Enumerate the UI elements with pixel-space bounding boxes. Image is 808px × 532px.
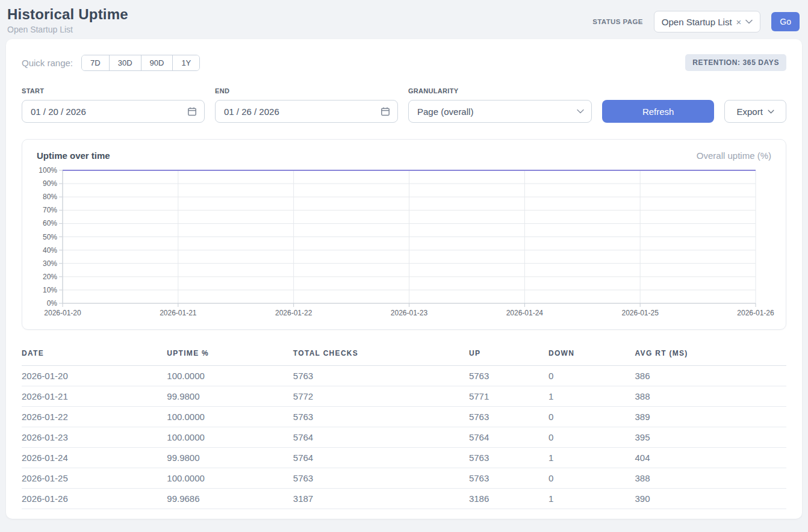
table-cell: 99.9686 — [167, 489, 293, 509]
end-date-input[interactable]: 01 / 26 / 2026 — [215, 100, 398, 123]
svg-text:0%: 0% — [47, 299, 58, 308]
table-row: 2026-01-2199.9800577257711388 — [22, 386, 786, 407]
page-title: Historical Uptime — [7, 6, 128, 23]
table-cell: 5764 — [469, 427, 549, 448]
column-header: UPTIME % — [167, 344, 293, 366]
svg-text:2026-01-26: 2026-01-26 — [737, 309, 774, 317]
table-cell: 2026-01-20 — [22, 366, 167, 386]
table-cell: 404 — [635, 448, 786, 468]
table-cell: 99.9800 — [167, 386, 293, 407]
granularity-select[interactable]: Page (overall) — [408, 100, 592, 123]
status-page-select[interactable]: Open Startup List × — [654, 11, 761, 32]
main-card: Quick range: 7D30D90D1Y RETENTION: 365 D… — [6, 39, 802, 519]
table-cell: 395 — [635, 427, 786, 448]
table-cell: 1 — [549, 489, 635, 509]
table-row: 2026-01-23100.0000576457640395 — [22, 427, 786, 448]
chart-header: Uptime over time Overall uptime (%) — [37, 150, 771, 161]
refresh-button[interactable]: Refresh — [602, 100, 714, 123]
status-page-label: STATUS PAGE — [592, 18, 643, 25]
go-button[interactable]: Go — [771, 12, 800, 31]
svg-text:2026-01-24: 2026-01-24 — [506, 309, 544, 317]
table-cell: 5763 — [469, 366, 549, 386]
page-header: Historical Uptime Open Startup List STAT… — [0, 0, 808, 39]
table-cell: 3187 — [293, 489, 469, 509]
column-header: AVG RT (MS) — [635, 344, 786, 366]
export-button-label: Export — [737, 107, 763, 117]
table-cell: 5763 — [293, 407, 469, 427]
table-cell: 0 — [549, 427, 635, 448]
svg-text:2026-01-20: 2026-01-20 — [44, 309, 81, 317]
svg-text:2026-01-23: 2026-01-23 — [391, 309, 428, 317]
table-cell: 2026-01-25 — [22, 468, 167, 489]
table-cell: 1 — [549, 448, 635, 468]
table-cell: 5763 — [469, 448, 549, 468]
quick-range-30d[interactable]: 30D — [110, 55, 141, 70]
column-header: UP — [469, 344, 549, 366]
table-cell: 390 — [635, 489, 786, 509]
page-heading-block: Historical Uptime Open Startup List — [7, 6, 128, 34]
end-date-field: END 01 / 26 / 2026 — [215, 87, 398, 123]
svg-text:40%: 40% — [43, 246, 57, 255]
chart-title: Uptime over time — [37, 150, 110, 161]
filters-row: START 01 / 20 / 2026 END 01 / 26 / 2026 … — [22, 87, 786, 123]
table-cell: 100.0000 — [167, 427, 293, 448]
table-cell: 2026-01-24 — [22, 448, 167, 468]
svg-text:2026-01-25: 2026-01-25 — [621, 309, 659, 317]
quick-range-label: Quick range: — [22, 58, 73, 68]
clear-icon[interactable]: × — [736, 17, 742, 26]
start-date-value: 01 / 20 / 2026 — [31, 107, 86, 117]
granularity-value: Page (overall) — [417, 107, 473, 117]
start-date-label: START — [22, 87, 205, 94]
chevron-down-icon — [768, 110, 774, 114]
granularity-field: GRANULARITY Page (overall) — [408, 87, 592, 123]
calendar-icon[interactable] — [381, 107, 390, 116]
table-cell: 100.0000 — [167, 366, 293, 386]
quick-range-1y[interactable]: 1Y — [173, 55, 199, 70]
table-cell: 5763 — [469, 468, 549, 489]
page-subtitle: Open Startup List — [7, 25, 128, 34]
status-page-select-value: Open Startup List — [662, 17, 732, 27]
table-row: 2026-01-20100.0000576357630386 — [22, 366, 786, 386]
table-row: 2026-01-25100.0000576357630388 — [22, 468, 786, 489]
table-cell: 2026-01-21 — [22, 386, 167, 407]
svg-text:20%: 20% — [43, 273, 57, 281]
svg-text:50%: 50% — [43, 233, 57, 241]
table-cell: 5764 — [293, 448, 469, 468]
calendar-icon[interactable] — [187, 107, 197, 116]
quick-range-7d[interactable]: 7D — [82, 55, 110, 70]
uptime-line-chart: 0%10%20%30%40%50%60%70%80%90%100%2026-01… — [37, 165, 775, 321]
table-cell: 388 — [635, 386, 786, 407]
table-cell: 5763 — [469, 407, 549, 427]
export-button[interactable]: Export — [724, 100, 786, 123]
table-cell: 2026-01-22 — [22, 407, 167, 427]
table-cell: 386 — [635, 366, 786, 386]
column-header: DATE — [22, 344, 167, 366]
svg-text:2026-01-22: 2026-01-22 — [275, 309, 312, 317]
uptime-table: DATEUPTIME %TOTAL CHECKSUPDOWNAVG RT (MS… — [22, 344, 786, 509]
column-header: DOWN — [549, 344, 635, 366]
table-cell: 0 — [549, 366, 635, 386]
table-cell: 100.0000 — [167, 468, 293, 489]
chevron-down-icon — [745, 19, 753, 24]
table-cell: 5772 — [293, 386, 469, 407]
svg-text:30%: 30% — [43, 259, 57, 268]
end-date-value: 01 / 26 / 2026 — [224, 107, 279, 117]
start-date-input[interactable]: 01 / 20 / 2026 — [22, 100, 205, 123]
chart-card: Uptime over time Overall uptime (%) 0%10… — [22, 139, 786, 330]
table-cell: 5763 — [293, 468, 469, 489]
table-cell: 2026-01-23 — [22, 427, 167, 448]
quick-range-block: Quick range: 7D30D90D1Y — [22, 55, 200, 71]
retention-badge: RETENTION: 365 DAYS — [685, 54, 786, 71]
table-header: DATEUPTIME %TOTAL CHECKSUPDOWNAVG RT (MS… — [22, 344, 786, 366]
quick-range-row: Quick range: 7D30D90D1Y RETENTION: 365 D… — [22, 54, 786, 71]
table-row: 2026-01-2699.9686318731861390 — [22, 489, 786, 509]
svg-text:60%: 60% — [43, 219, 57, 227]
quick-range-90d[interactable]: 90D — [141, 55, 173, 70]
table-cell: 5771 — [469, 386, 549, 407]
svg-text:70%: 70% — [43, 206, 57, 214]
quick-range-group: 7D30D90D1Y — [81, 55, 200, 71]
svg-text:10%: 10% — [43, 286, 57, 294]
uptime-chart: 0%10%20%30%40%50%60%70%80%90%100%2026-01… — [37, 165, 771, 323]
status-page-controls: STATUS PAGE Open Startup List × Go — [592, 6, 800, 32]
chevron-down-icon — [577, 109, 584, 114]
